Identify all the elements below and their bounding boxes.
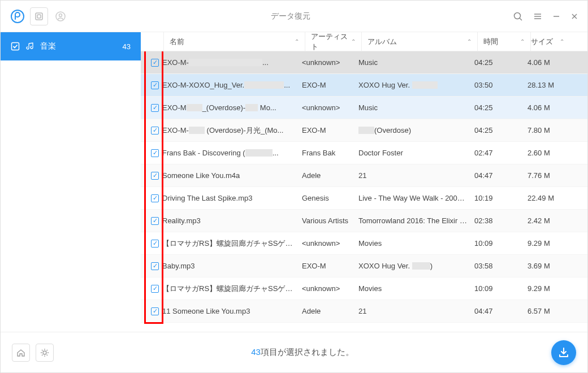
close-icon[interactable] — [570, 12, 578, 20]
page-icon[interactable] — [30, 7, 48, 25]
table-row[interactable]: EXO-M- (Overdose)-月光_(Mo...EXO-M(Overdos… — [141, 119, 587, 142]
cell-album: Doctor Foster — [358, 149, 474, 157]
row-checkbox[interactable] — [148, 127, 162, 135]
cell-size: 4.06 M — [528, 103, 567, 112]
sort-caret-icon: ⌃ — [560, 38, 564, 45]
row-checkbox[interactable] — [148, 262, 162, 270]
cell-time: 10:09 — [474, 239, 528, 248]
column-artist[interactable]: アーティスト⌃ — [305, 32, 361, 51]
table-header: 名前⌃ アーティスト⌃ アルバム⌃ 時間⌃ サイズ⌃ — [141, 32, 587, 51]
checkbox-icon — [11, 42, 20, 51]
table-row[interactable]: EXO-M-XOXO_Hug_Ver....EXO-MXOXO Hug Ver.… — [141, 74, 587, 97]
svg-line-6 — [520, 18, 522, 20]
row-checkbox[interactable] — [148, 172, 162, 180]
svg-point-14 — [43, 351, 46, 354]
row-checkbox[interactable] — [148, 285, 162, 293]
selection-status: 43項目が選択されました。 — [54, 347, 551, 358]
svg-point-5 — [514, 12, 521, 19]
table-row[interactable]: Baby.mp3EXO-MXOXO Hug Ver. )03:583.69 M — [141, 255, 587, 277]
table-row[interactable]: 【ロマサガRS】螺旋回廊ガチャSSゲット！...<unknown>Movies1… — [141, 232, 587, 255]
svg-rect-2 — [37, 15, 41, 18]
cell-artist: EXO-M — [302, 81, 358, 89]
cell-artist: <unknown> — [302, 103, 358, 112]
cell-size: 4.06 M — [528, 58, 567, 67]
cell-time: 03:50 — [474, 81, 528, 89]
table-row[interactable]: Reality.mp3Various ArtistsTomorrowland 2… — [141, 210, 587, 232]
row-checkbox[interactable] — [148, 104, 162, 112]
home-button[interactable] — [12, 344, 30, 362]
column-time[interactable]: 時間⌃ — [477, 32, 530, 51]
cell-time: 04:25 — [474, 58, 528, 67]
table-row[interactable]: Frans Bak - Discovering (...Frans BakDoc… — [141, 142, 587, 164]
table-row[interactable]: 11 Someone Like You.mp3Adele2104:476.57 … — [141, 300, 587, 323]
app-logo-icon — [10, 8, 25, 24]
settings-button[interactable] — [36, 344, 54, 362]
table-row[interactable]: EXO-M-...<unknown>Music04:254.06 M — [141, 51, 587, 74]
cell-name: EXO-M-XOXO_Hug_Ver.... — [162, 81, 302, 89]
row-checkbox[interactable] — [148, 194, 162, 202]
cell-size: 3.69 M — [528, 262, 567, 270]
cell-album: 21 — [358, 307, 474, 315]
cell-size: 2.60 M — [528, 149, 567, 157]
cell-size: 22.49 M — [528, 194, 567, 202]
sidebar-item-music[interactable]: 音楽 43 — [1, 32, 141, 60]
cell-size: 6.57 M — [528, 307, 567, 315]
footer: 43項目が選択されました。 — [1, 332, 587, 372]
search-icon[interactable] — [513, 11, 523, 21]
menu-icon[interactable] — [533, 12, 542, 21]
row-checkbox[interactable] — [148, 217, 162, 225]
svg-point-4 — [59, 14, 62, 16]
column-size[interactable]: サイズ⌃ — [530, 32, 570, 51]
cell-album: XOXO Hug Ver. ) — [358, 262, 474, 270]
sidebar-item-label: 音楽 — [40, 41, 56, 51]
export-button[interactable] — [551, 340, 576, 365]
cell-size: 28.13 M — [528, 81, 567, 89]
table-row[interactable]: Someone Like You.m4aAdele2104:477.76 M — [141, 164, 587, 187]
cell-time: 04:47 — [474, 171, 528, 180]
cell-time: 04:47 — [474, 307, 528, 315]
cell-artist: EXO-M — [302, 262, 358, 270]
cell-time: 02:38 — [474, 216, 528, 225]
minimize-icon[interactable] — [552, 12, 560, 20]
sort-caret-icon: ⌃ — [520, 38, 525, 45]
cell-name: 11 Someone Like You.mp3 — [162, 307, 302, 315]
cell-artist: Adele — [302, 307, 358, 315]
music-icon — [25, 42, 34, 51]
cell-time: 10:19 — [474, 194, 528, 202]
cell-size: 2.42 M — [528, 216, 567, 225]
column-album[interactable]: アルバム⌃ — [361, 32, 477, 51]
cell-name: Driving The Last Spike.mp3 — [162, 194, 302, 202]
row-checkbox[interactable] — [148, 240, 162, 248]
cell-time: 02:47 — [474, 149, 528, 157]
cell-artist: Various Artists — [302, 216, 358, 225]
cell-artist: <unknown> — [302, 239, 358, 248]
cell-artist: EXO-M — [302, 126, 358, 135]
cell-artist: <unknown> — [302, 58, 358, 67]
cell-album: Tomorrowland 2016: The Elixir of Lif — [358, 216, 474, 225]
row-checkbox[interactable] — [148, 307, 162, 315]
svg-rect-1 — [36, 13, 42, 20]
column-name[interactable]: 名前⌃ — [163, 32, 305, 51]
cell-size: 7.76 M — [528, 171, 567, 180]
table-row[interactable]: 【ロマサガRS】螺旋回廊ガチャSSゲット！...<unknown>Movies1… — [141, 277, 587, 300]
cell-size: 7.80 M — [528, 126, 567, 135]
row-checkbox[interactable] — [148, 81, 162, 89]
cell-album: Music — [358, 103, 474, 112]
titlebar: データ復元 — [1, 1, 587, 32]
cell-name: 【ロマサガRS】螺旋回廊ガチャSSゲット！... — [162, 238, 302, 249]
cell-size: 9.29 M — [528, 239, 567, 248]
row-checkbox[interactable] — [148, 149, 162, 157]
table-row[interactable]: EXO-M_(Overdose)- Mo...<unknown>Music04:… — [141, 97, 587, 119]
cell-time: 10:09 — [474, 284, 528, 293]
cell-name: Baby.mp3 — [162, 262, 302, 270]
cell-album: Movies — [358, 284, 474, 293]
cell-name: 【ロマサガRS】螺旋回廊ガチャSSゲット！... — [162, 284, 302, 294]
row-checkbox[interactable] — [148, 59, 162, 67]
cell-name: EXO-M- (Overdose)-月光_(Mo... — [162, 125, 302, 136]
cell-album: 21 — [358, 171, 474, 180]
table-row[interactable]: Driving The Last Spike.mp3GenesisLive - … — [141, 187, 587, 210]
user-icon[interactable] — [53, 8, 68, 24]
cell-name: Someone Like You.m4a — [162, 171, 302, 180]
cell-album: Movies — [358, 239, 474, 248]
sidebar-item-count: 43 — [123, 42, 131, 51]
